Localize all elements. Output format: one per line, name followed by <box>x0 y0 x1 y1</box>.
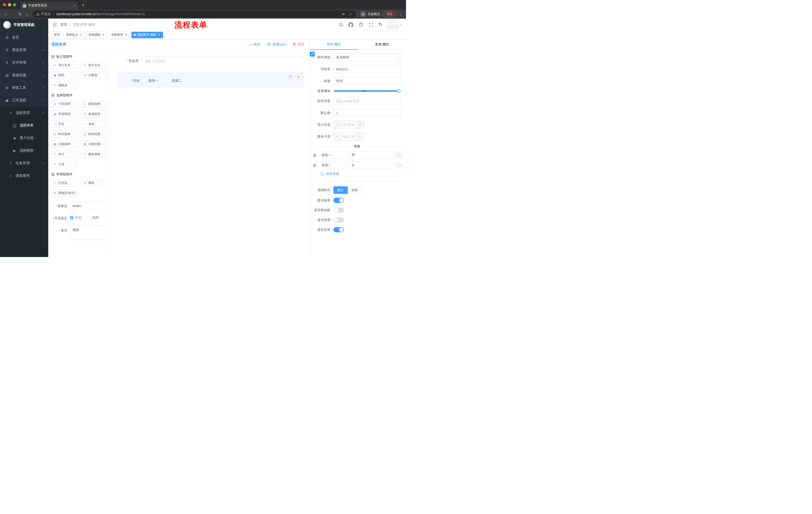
clear-button[interactable]: 清空 <box>292 42 304 47</box>
tab-close-icon[interactable]: × <box>74 4 76 8</box>
palette-item-single-line-text[interactable]: ▭ 单行文本 <box>51 61 78 69</box>
github-icon[interactable] <box>348 22 353 27</box>
help-icon[interactable] <box>358 22 364 27</box>
default-value-input[interactable] <box>334 109 401 117</box>
palette-item-upload[interactable]: ⇧ 上传 <box>51 160 78 168</box>
bookmark-star-icon[interactable]: ☆ <box>349 12 352 16</box>
form-grid-slider[interactable] <box>334 90 399 92</box>
title-input[interactable] <box>334 77 401 85</box>
copy-component-button[interactable] <box>288 74 293 79</box>
field-name-input[interactable] <box>334 65 401 73</box>
label-width-input[interactable] <box>334 97 401 105</box>
address-bar[interactable]: 不安全 dashboard.yudao.iocoder.cn /bpm/mana… <box>33 10 356 18</box>
sidebar-item-home[interactable]: ⊞ 首页 <box>0 31 48 44</box>
app-logo[interactable]: 芋道管理系统 <box>0 19 48 31</box>
palette-item-select[interactable]: ◎ 下拉选择 <box>51 100 78 108</box>
required-switch[interactable] <box>334 227 344 232</box>
tag-close-icon[interactable]: × <box>124 33 128 37</box>
add-option-button[interactable]: + 添加选项 <box>320 171 401 176</box>
palette-item-table[interactable]: ⊞ 表格[开发中] <box>51 189 78 197</box>
increase-button[interactable]: + <box>356 133 364 140</box>
sidebar-item-process-mgmt[interactable]: ≡ 流程管理 ∧ <box>0 107 48 119</box>
password-key-icon[interactable] <box>342 12 345 16</box>
palette-item-slider[interactable]: ↔ 滑块 <box>81 120 109 128</box>
style-button-button[interactable]: 按钮 <box>348 186 362 194</box>
tag-close-icon[interactable]: × <box>79 33 83 37</box>
browser-tab[interactable]: 芋道管理系统 × <box>20 2 78 9</box>
max-select-value[interactable]: 最多可选 <box>341 133 356 140</box>
slider-handle[interactable] <box>397 89 401 93</box>
security-warning-icon[interactable] <box>36 12 40 16</box>
sidebar-item-infrastructure[interactable]: ▤ 基础设施 ∨ <box>0 69 48 81</box>
style-default-button[interactable]: 默认 <box>334 186 348 194</box>
form-name-input[interactable] <box>70 202 107 210</box>
tab-component-props[interactable]: 组件属性 <box>310 39 358 50</box>
palette-item-row-container[interactable]: ▢ 行容器 <box>51 179 78 187</box>
delete-component-button[interactable] <box>295 74 301 79</box>
disabled-switch[interactable] <box>334 217 344 222</box>
sidebar-item-payment[interactable]: ¥ 支付管理 ∨ <box>0 56 48 69</box>
palette-item-switch[interactable]: ◐ 开关 <box>51 120 78 128</box>
forward-button[interactable]: → <box>9 12 17 16</box>
sidebar-item-task-mgmt[interactable]: ├ 任务管理 ∨ <box>0 157 48 169</box>
home-button[interactable]: ⌂ <box>24 12 31 16</box>
palette-item-time-range[interactable]: ◶ 时间范围 <box>81 130 109 138</box>
decrease-button[interactable]: − <box>334 133 341 140</box>
palette-item-time-picker[interactable]: ◷ 时间选择 <box>51 130 78 138</box>
tag-close-icon[interactable]: × <box>102 33 105 37</box>
sidebar-collapse-icon[interactable] <box>50 20 59 29</box>
view-json-button[interactable]: 查看json <box>267 42 286 47</box>
palette-item-checkbox-group[interactable]: ☑ 多选框组 <box>81 110 109 118</box>
remove-option-button[interactable]: − <box>397 153 401 157</box>
sidebar-item-workflow[interactable]: ▣ 工作流程 ∧ <box>0 94 48 107</box>
sidebar-item-process-model[interactable]: ▶ 流程模型 <box>0 144 48 157</box>
breadcrumb-home[interactable]: 首页 <box>60 22 67 27</box>
tag-process-form[interactable]: 流程表单 × <box>109 32 130 38</box>
tag-process-form-edit[interactable]: 流程表单-编辑 × <box>132 32 163 38</box>
save-button[interactable]: ✓ 保存 <box>249 42 261 47</box>
decrease-button[interactable]: − <box>334 121 341 129</box>
form-remark-textarea[interactable]: 嘿嘿 <box>70 226 107 240</box>
window-close-button[interactable] <box>3 3 6 6</box>
status-off-radio[interactable]: 关闭 <box>87 216 98 220</box>
user-avatar-menu[interactable]: ∨ <box>387 21 402 29</box>
option-name-input[interactable] <box>319 161 347 169</box>
sidebar-item-leave-query[interactable]: ☺ 请假查询 <box>0 169 48 182</box>
component-type-select[interactable]: 多选框组 ∨ <box>334 53 401 61</box>
link-icon[interactable] <box>310 52 315 57</box>
phone-input[interactable] <box>142 56 303 66</box>
tab-form-props[interactable]: 表单属性 <box>358 39 406 50</box>
sidebar-item-system[interactable]: ⚙ 系统管理 ∨ <box>0 44 48 56</box>
min-select-value[interactable]: 至少应选 <box>341 121 356 129</box>
increase-button[interactable]: + <box>356 121 364 129</box>
tag-process-model[interactable]: 流程模型 × <box>86 32 108 38</box>
sidebar-item-devtools[interactable]: ⊠ 研发工具 ∨ <box>0 81 48 94</box>
phone-field-row[interactable]: 手机号 <box>117 54 304 68</box>
palette-item-password[interactable]: ▣ 密码 <box>51 72 78 79</box>
sidebar-item-user-group[interactable]: ☻ 用户分组 <box>0 132 48 144</box>
drag-handle-icon[interactable] <box>313 163 317 167</box>
palette-item-button[interactable]: ⊡ 按钮 <box>81 179 109 187</box>
checkbox-option-1[interactable]: 选项一 <box>143 78 158 83</box>
tag-process-definition[interactable]: 流程定义 × <box>63 32 85 38</box>
palette-item-rate[interactable]: ☆ 评分 <box>51 151 78 158</box>
option-value-input[interactable] <box>349 161 395 169</box>
fullscreen-icon[interactable] <box>369 22 374 27</box>
border-switch[interactable] <box>334 208 344 213</box>
font-size-icon[interactable]: TT <box>379 23 383 27</box>
drag-handle-icon[interactable] <box>313 154 317 157</box>
palette-item-multi-line-text[interactable]: ≡ 多行文本 <box>81 61 109 69</box>
palette-item-editor[interactable]: ✎ 编辑器 <box>51 81 78 89</box>
back-button[interactable]: ← <box>2 12 9 16</box>
browser-menu-icon[interactable]: ⋮ <box>399 12 404 16</box>
palette-item-date-range[interactable]: ▧ 日期范围 <box>81 140 109 148</box>
palette-item-date-picker[interactable]: ▦ 日期选择 <box>51 140 78 148</box>
window-zoom-button[interactable] <box>13 3 16 6</box>
option-value-input[interactable] <box>349 152 395 159</box>
reload-button[interactable]: ↻ <box>17 12 24 16</box>
status-on-radio[interactable]: 开启 <box>70 216 81 220</box>
form-canvas[interactable]: 手机号 <box>111 50 310 257</box>
palette-item-color-picker[interactable]: ◑ 颜色选择 <box>81 151 109 158</box>
chrome-update-button[interactable]: 更新 <box>383 11 397 17</box>
selected-component-gender[interactable]: 性别 选项一 选项二 <box>117 72 304 87</box>
